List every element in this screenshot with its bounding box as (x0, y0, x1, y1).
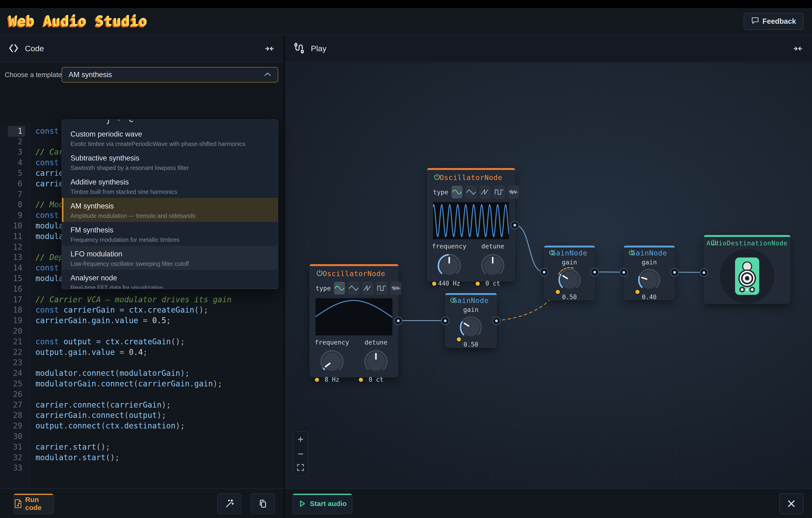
zoom-in-button[interactable]: + (298, 434, 303, 444)
start-audio-button[interactable]: Start audio (292, 493, 352, 514)
type-triangle-button[interactable] (348, 282, 359, 294)
code-line[interactable]: 27carrier.connect(carrierGain); (0, 400, 284, 410)
code-line[interactable]: 33 (0, 463, 284, 473)
code-line[interactable]: 21const output = ctx.createGain(); (0, 336, 284, 347)
detune-param-port[interactable] (475, 282, 480, 286)
gain-param-port[interactable] (556, 290, 560, 294)
play-panel-title: Play (311, 44, 326, 53)
gain-knob[interactable] (458, 314, 484, 341)
code-footer: Run code (0, 488, 284, 518)
fit-view-button[interactable] (296, 463, 304, 473)
run-code-button[interactable]: Run code (13, 493, 54, 514)
gain-node-output[interactable]: GainNode gain 0.40 (624, 246, 674, 300)
type-noise-button[interactable] (390, 282, 401, 294)
collapse-code-panel-icon[interactable] (264, 43, 275, 54)
template-option[interactable]: FM synthesisFrequency modulation for met… (62, 222, 278, 246)
format-code-button[interactable] (217, 493, 241, 514)
template-option[interactable]: AM synthesisAmplitude modulation — tremo… (62, 198, 278, 222)
template-option[interactable]: Custom periodic waveExotic timbre via cr… (62, 126, 278, 150)
gain-param-port[interactable] (457, 337, 461, 342)
power-icon[interactable] (450, 297, 456, 304)
line-number: 2 (0, 137, 29, 146)
type-sine-button[interactable] (452, 186, 462, 198)
code-line[interactable]: 28carrierGain.connect(output); (0, 410, 284, 421)
template-option[interactable]: Subtractive synthesisSawtooth shaped by … (62, 150, 278, 174)
code-line[interactable]: 18const carrierGain = ctx.createGain(); (0, 305, 284, 315)
power-icon[interactable] (628, 249, 635, 257)
template-select[interactable]: AM synthesis (62, 67, 278, 83)
line-content: output.gain.value = 0.4; (29, 348, 148, 357)
code-line[interactable]: 23 (0, 357, 284, 368)
code-line[interactable]: 17// Carrier VCA — modulator drives its … (0, 294, 284, 305)
app-header: Web Audio Studio Feedback (0, 8, 812, 35)
detune-param-port[interactable] (359, 378, 363, 382)
power-icon[interactable] (710, 239, 717, 247)
code-line[interactable]: 20 (0, 326, 284, 336)
output-port[interactable] (670, 268, 679, 277)
frequency-knob[interactable] (435, 252, 463, 280)
detune-value: 0 ct (369, 376, 383, 383)
gain-param-port[interactable] (635, 290, 640, 294)
type-label: type (433, 189, 448, 196)
zoom-out-button[interactable]: − (298, 449, 303, 458)
type-square-button[interactable] (494, 186, 505, 198)
close-button[interactable] (779, 493, 803, 514)
detune-knob[interactable] (362, 348, 390, 376)
template-option-title: Subtractive synthesis (70, 154, 269, 163)
copy-code-button[interactable] (251, 493, 275, 514)
code-line[interactable]: 22output.gain.value = 0.4; (0, 347, 284, 357)
detune-param: detune 0 ct (473, 242, 513, 288)
detune-knob[interactable] (479, 252, 506, 280)
wire-carrier-to-carriergain[interactable] (515, 225, 544, 272)
output-port[interactable] (511, 221, 519, 229)
power-icon[interactable] (549, 249, 555, 257)
frequency-param-port[interactable] (432, 282, 436, 286)
code-line[interactable]: 32modulator.start(); (0, 452, 284, 463)
template-option-clipped[interactable] (62, 120, 278, 126)
code-line[interactable]: 30 (0, 431, 284, 442)
feedback-button[interactable]: Feedback (744, 13, 804, 30)
oscillator-node-carrier[interactable]: OscillatorNode type frequency 440 Hz (427, 168, 515, 281)
code-line[interactable]: 26 (0, 389, 284, 400)
code-line[interactable]: 29output.connect(ctx.destination); (0, 421, 284, 431)
frequency-param-port[interactable] (315, 378, 319, 382)
speech-bubble-icon (751, 17, 759, 26)
collapse-play-panel-icon[interactable] (792, 43, 804, 54)
type-square-button[interactable] (376, 282, 387, 294)
oscillator-node-modulator[interactable]: OscillatorNode type frequency 8 Hz (310, 264, 398, 377)
line-number: 5 (0, 169, 29, 178)
output-port[interactable] (590, 268, 599, 277)
type-sine-button[interactable] (334, 282, 345, 294)
code-line[interactable]: 25modulatorGain.connect(carrierGain.gain… (0, 378, 284, 389)
gain-node-carrier[interactable]: GainNode gain 0.50 (544, 246, 594, 300)
gain-node-modulator[interactable]: GainNode gain 0.50 (445, 293, 496, 348)
input-port[interactable] (700, 268, 708, 277)
input-port[interactable] (441, 317, 450, 325)
template-option[interactable]: Analyser nodeReal-time FFT data for visu… (62, 270, 278, 289)
power-icon[interactable] (316, 269, 323, 278)
type-label: type (316, 285, 331, 292)
type-triangle-button[interactable] (466, 186, 476, 198)
line-content: modulator.connect(modulatorGain); (29, 369, 190, 378)
audio-destination-node[interactable]: AudioDestinationNode (704, 235, 790, 304)
code-panel: Code Choose a template: AM synthesis 1co… (0, 35, 284, 518)
gain-knob[interactable] (636, 267, 662, 293)
input-port[interactable] (540, 268, 548, 277)
code-line[interactable]: 19carrierGain.gain.value = 0.5; (0, 315, 284, 326)
output-port[interactable] (492, 317, 501, 325)
code-line[interactable]: 31carrier.start(); (0, 442, 284, 452)
node-graph-canvas[interactable]: OscillatorNode type frequency 440 Hz (285, 63, 812, 488)
frequency-knob[interactable] (318, 348, 346, 376)
type-noise-button[interactable] (508, 186, 519, 198)
template-option-desc: Timbre built from stacked sine harmonics (70, 189, 269, 195)
template-option-title: LFO modulation (70, 250, 269, 258)
gain-knob[interactable] (556, 267, 583, 293)
power-icon[interactable] (434, 173, 440, 181)
code-line[interactable]: 24modulator.connect(modulatorGain); (0, 368, 284, 378)
input-port[interactable] (619, 268, 628, 277)
template-option[interactable]: LFO modulationLow-frequency oscillator s… (62, 246, 278, 270)
template-option[interactable]: Additive synthesisTimbre built from stac… (62, 174, 278, 198)
output-port[interactable] (394, 317, 403, 325)
type-sawtooth-button[interactable] (362, 282, 373, 294)
type-sawtooth-button[interactable] (480, 186, 491, 198)
